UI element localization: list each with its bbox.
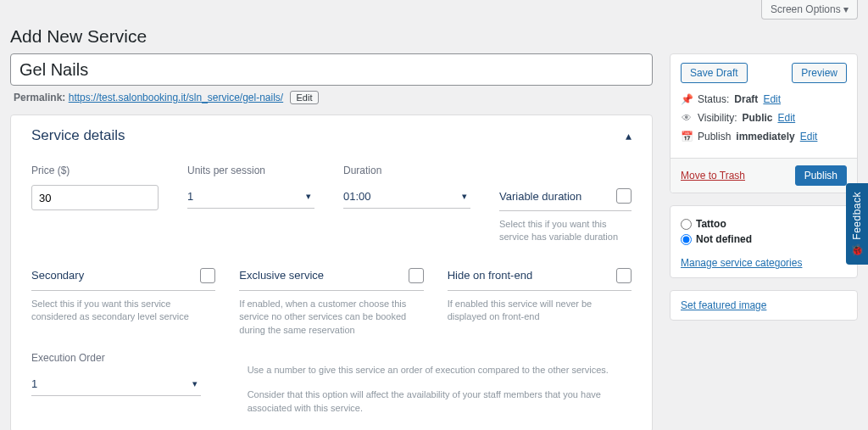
chevron-down-icon: ▾ bbox=[306, 191, 311, 202]
calendar-icon: 📅 bbox=[681, 131, 693, 142]
permalink-edit-button[interactable]: Edit bbox=[290, 91, 320, 104]
permalink-url[interactable]: https://test.salonbooking.it/sln_service… bbox=[69, 92, 283, 103]
service-details-heading: Service details bbox=[31, 127, 125, 144]
category-radio-tattoo[interactable] bbox=[681, 219, 692, 230]
service-title-input[interactable] bbox=[10, 53, 653, 86]
save-draft-button[interactable]: Save Draft bbox=[681, 63, 748, 83]
screen-options-toggle[interactable]: Screen Options bbox=[761, 0, 858, 20]
spacer-label bbox=[499, 165, 632, 176]
pin-icon: 📌 bbox=[681, 93, 693, 105]
category-label-notdefined: Not defined bbox=[696, 233, 752, 245]
exclusive-help: If enabled, when a customer choose this … bbox=[239, 298, 423, 337]
manage-categories-link[interactable]: Manage service categories bbox=[681, 257, 847, 269]
price-input[interactable] bbox=[31, 185, 159, 210]
hide-label: Hide on front-end bbox=[448, 269, 532, 282]
variable-duration-help: Select this if you want this service has… bbox=[499, 218, 632, 244]
status-label: Status: bbox=[698, 93, 729, 105]
preview-button[interactable]: Preview bbox=[792, 63, 847, 83]
price-label: Price ($) bbox=[31, 165, 164, 176]
units-select[interactable]: 1 ▾ bbox=[187, 185, 314, 209]
publish-box: Save Draft Preview 📌 Status: Draft Edit … bbox=[670, 53, 858, 193]
duration-label: Duration bbox=[343, 165, 476, 176]
publish-button[interactable]: Publish bbox=[795, 165, 847, 186]
feedback-tab[interactable]: Feedback 🐞 bbox=[846, 183, 868, 265]
visibility-label: Visibility: bbox=[698, 112, 737, 124]
exec-order-help-1: Use a number to give this service an ord… bbox=[248, 364, 632, 377]
permalink-row: Permalink: https://test.salonbooking.it/… bbox=[10, 86, 653, 114]
variable-duration-label: Variable duration bbox=[499, 190, 581, 203]
duration-value: 01:00 bbox=[343, 190, 371, 203]
exec-order-value: 1 bbox=[31, 377, 37, 390]
permalink-label: Permalink: bbox=[14, 92, 65, 103]
move-to-trash-link[interactable]: Move to Trash bbox=[681, 170, 745, 181]
hide-help: If enabled this service will never be di… bbox=[448, 298, 632, 324]
set-featured-image-link[interactable]: Set featured image bbox=[681, 299, 766, 311]
visibility-value: Public bbox=[742, 112, 772, 124]
edit-schedule-link[interactable]: Edit bbox=[800, 131, 818, 142]
category-radio-notdefined[interactable] bbox=[681, 234, 692, 245]
duration-select[interactable]: 01:00 ▾ bbox=[343, 185, 470, 209]
chevron-down-icon: ▾ bbox=[462, 191, 467, 202]
secondary-checkbox[interactable] bbox=[200, 268, 215, 283]
units-value: 1 bbox=[187, 190, 193, 203]
bug-icon: 🐞 bbox=[850, 243, 864, 256]
schedule-value: immediately bbox=[736, 131, 794, 142]
exclusive-label: Exclusive service bbox=[239, 269, 324, 282]
exec-order-label: Execution Order bbox=[31, 352, 224, 364]
status-value: Draft bbox=[734, 93, 758, 105]
collapse-icon[interactable]: ▴ bbox=[626, 129, 632, 142]
variable-duration-checkbox[interactable] bbox=[616, 188, 632, 204]
exclusive-checkbox[interactable] bbox=[409, 268, 424, 283]
edit-visibility-link[interactable]: Edit bbox=[777, 112, 795, 124]
units-label: Units per session bbox=[187, 165, 320, 176]
service-details-panel: Service details ▴ Price ($) Units per se… bbox=[10, 114, 653, 430]
secondary-help: Select this if you want this service con… bbox=[31, 298, 215, 324]
chevron-down-icon: ▾ bbox=[192, 378, 198, 389]
eye-icon: 👁 bbox=[681, 112, 693, 124]
exec-order-help-2: Consider that this option will affect th… bbox=[248, 388, 632, 415]
edit-status-link[interactable]: Edit bbox=[763, 93, 781, 105]
categories-box: Tattoo Not defined Manage service catego… bbox=[670, 205, 858, 278]
page-title: Add New Service bbox=[0, 23, 868, 53]
featured-image-box: Set featured image bbox=[670, 290, 858, 321]
exec-order-select[interactable]: 1 ▾ bbox=[31, 372, 201, 396]
hide-checkbox[interactable] bbox=[616, 268, 632, 283]
feedback-label: Feedback bbox=[851, 192, 863, 240]
schedule-label: Publish bbox=[698, 131, 731, 142]
secondary-label: Secondary bbox=[31, 269, 84, 282]
category-label-tattoo: Tattoo bbox=[696, 218, 726, 230]
